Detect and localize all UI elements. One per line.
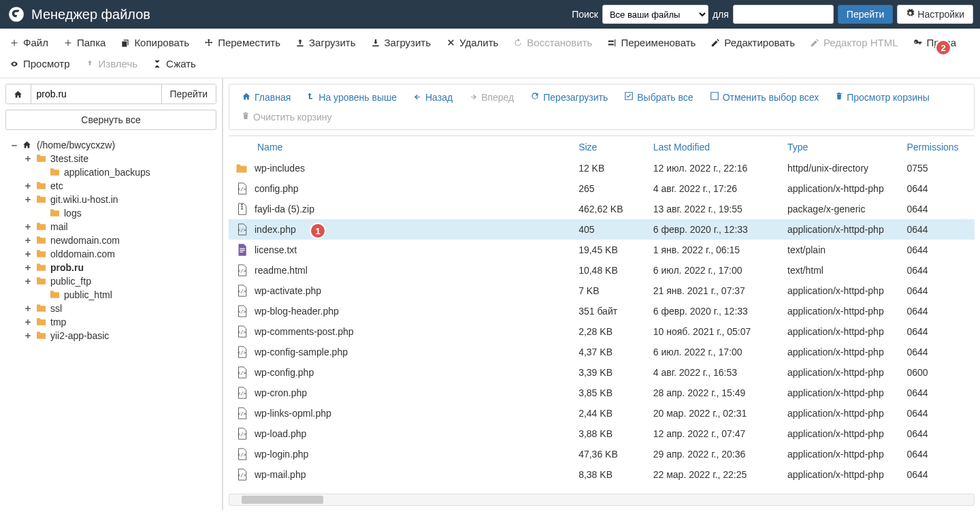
col-type[interactable]: Type — [781, 136, 900, 158]
path-input[interactable] — [31, 84, 161, 103]
sidebar: Перейти Свернуть все −(/home/bwcycxzw)+3… — [0, 78, 223, 510]
tree-item[interactable]: +etc — [23, 179, 222, 193]
tree-item[interactable]: +yii2-app-basic — [23, 329, 222, 342]
file-perms: 0644 — [900, 321, 975, 342]
nav-viewtrash-button[interactable]: Просмотр корзины — [828, 89, 936, 106]
toolbar-rename-button[interactable]: Переименовать — [600, 33, 702, 52]
table-row[interactable]: </>wp-blog-header.php351 байт6 февр. 202… — [229, 301, 975, 321]
search-label: Поиск — [572, 9, 598, 20]
tree-item[interactable]: +tmp — [23, 315, 222, 329]
file-perms: 0644 — [900, 403, 975, 423]
col-modified[interactable]: Last Modified — [647, 136, 781, 158]
col-size[interactable]: Size — [572, 136, 647, 158]
nav-back-button[interactable]: Назад — [406, 89, 459, 106]
col-perms[interactable]: Permissions — [900, 136, 975, 158]
expand-icon[interactable]: + — [23, 153, 33, 164]
tree-item[interactable]: +prob.ru — [23, 261, 222, 274]
file-perms: 0644 — [900, 383, 975, 403]
rename-icon — [607, 38, 617, 48]
expand-icon[interactable]: + — [23, 330, 33, 341]
expand-icon[interactable]: + — [23, 221, 33, 232]
app-title: Менеджер файлов — [31, 7, 572, 22]
toolbar-copy-button[interactable]: Копировать — [114, 33, 196, 52]
expand-icon[interactable]: + — [23, 194, 33, 205]
collapse-all-button[interactable]: Свернуть все — [5, 110, 216, 130]
tree-root[interactable]: −(/home/bwcycxzw) — [10, 138, 222, 152]
search-input[interactable] — [733, 5, 834, 24]
expand-icon[interactable]: + — [23, 276, 33, 287]
expand-icon[interactable]: + — [23, 262, 33, 273]
table-row[interactable]: </>config.php2654 авг. 2022 г., 17:26app… — [229, 178, 975, 199]
file-modified: 10 нояб. 2021 г., 05:07 — [647, 321, 781, 342]
file-modified: 1 янв. 2022 г., 06:15 — [647, 240, 781, 260]
nav-deselect-button[interactable]: Отменить выбор всех — [703, 89, 826, 106]
file-size: 2,28 KB — [572, 321, 647, 342]
horizontal-scrollbar[interactable] — [229, 494, 975, 506]
tree-item[interactable]: +olddomain.com — [23, 247, 222, 261]
tree-item[interactable]: +git.wiki.u-host.in — [23, 193, 222, 206]
toolbar-upload-button[interactable]: Загрузить — [289, 33, 363, 52]
file-type-icon: </> — [235, 346, 248, 358]
nav-up-button[interactable]: На уровень выше — [300, 89, 404, 106]
toolbar-view-button[interactable]: Просмотр — [3, 54, 77, 74]
tree-item[interactable]: +3test.site — [23, 152, 222, 165]
table-row[interactable]: </>readme.html10,48 KB6 июл. 2022 г., 17… — [229, 260, 975, 281]
file-type-icon: </> — [235, 407, 248, 419]
toolbar-download-button[interactable]: Загрузить — [364, 33, 438, 52]
table-row[interactable]: </>wp-config.php3,39 KB4 авг. 2022 г., 1… — [229, 362, 975, 383]
nav-home-button[interactable]: Главная — [235, 89, 297, 106]
tree-item[interactable]: public_html — [37, 288, 222, 302]
search-go-button[interactable]: Перейти — [838, 5, 893, 24]
table-row[interactable]: fayli-da (5).zip462,62 KB13 авг. 2022 г.… — [229, 199, 975, 219]
nav-selectall-button[interactable]: Выбрать все — [617, 89, 700, 106]
path-go-button[interactable]: Перейти — [161, 84, 216, 103]
file-perms: 0644 — [900, 219, 975, 240]
collapse-icon[interactable]: − — [10, 140, 19, 150]
table-row[interactable]: </>index.php4056 февр. 2020 г., 12:33app… — [229, 219, 975, 240]
tree-item[interactable]: +newdomain.com — [23, 234, 222, 247]
toolbar-move-button[interactable]: Переместить — [197, 33, 287, 52]
file-name: index.php — [255, 224, 296, 235]
expand-icon[interactable]: + — [23, 317, 33, 327]
table-row[interactable]: </>wp-load.php3,88 KB12 апр. 2022 г., 07… — [229, 423, 975, 444]
table-row[interactable]: </>wp-activate.php7 KB21 янв. 2021 г., 0… — [229, 281, 975, 301]
tree-item[interactable]: application_backups — [37, 165, 222, 179]
tree-item[interactable]: +ssl — [23, 302, 222, 315]
toolbar-file-button[interactable]: Файл — [3, 33, 55, 52]
path-home-button[interactable] — [6, 84, 31, 103]
col-name[interactable]: Name — [229, 136, 572, 158]
expand-icon[interactable]: + — [23, 249, 33, 259]
home-icon — [242, 92, 251, 103]
file-modified: 21 янв. 2021 г., 07:37 — [647, 281, 781, 301]
file-size: 19,45 KB — [572, 240, 647, 260]
table-row[interactable]: </>wp-config-sample.php4,37 KB6 июл. 202… — [229, 342, 975, 362]
tree-item[interactable]: logs — [37, 206, 222, 220]
toolbar-folder-button[interactable]: Папка — [56, 33, 112, 52]
expand-icon[interactable]: + — [23, 303, 33, 314]
table-row[interactable]: </>wp-links-opml.php2,44 KB20 мар. 2022 … — [229, 403, 975, 423]
table-row[interactable]: </>wp-login.php47,36 KB29 апр. 2022 г., … — [229, 444, 975, 464]
table-row[interactable]: </>wp-cron.php3,85 KB28 апр. 2022 г., 15… — [229, 383, 975, 403]
svg-text:</>: </> — [238, 227, 246, 233]
toolbar-edit-button[interactable]: Редактировать — [704, 33, 802, 52]
table-row[interactable]: wp-includes12 KB12 июл. 2022 г., 22:16ht… — [229, 158, 975, 178]
file-type-icon: </> — [235, 305, 248, 317]
table-row[interactable]: </>wp-mail.php8,38 KB22 мар. 2022 г., 22… — [229, 464, 975, 485]
table-row[interactable]: </>wp-comments-post.php2,28 KB10 нояб. 2… — [229, 321, 975, 342]
table-row[interactable]: license.txt19,45 KB1 янв. 2022 г., 06:15… — [229, 240, 975, 260]
search-scope-select[interactable]: Все ваши файлы — [602, 5, 708, 24]
expand-icon[interactable]: + — [23, 180, 33, 191]
toolbar-delete-button[interactable]: Удалить — [439, 33, 505, 52]
toolbar-compress-button[interactable]: Сжать — [146, 54, 203, 74]
svg-text:</>: </> — [238, 330, 246, 335]
file-type: application/x-httpd-php — [781, 383, 900, 403]
html-icon — [810, 38, 819, 48]
file-type: application/x-httpd-php — [781, 362, 900, 383]
nav-reload-button[interactable]: Перезагрузить — [523, 89, 615, 106]
tree-item[interactable]: +public_ftp — [23, 274, 222, 288]
file-name: wp-login.php — [255, 449, 308, 460]
expand-icon[interactable]: + — [23, 235, 33, 246]
toolbar-extract-button: Извлечь — [78, 54, 145, 74]
settings-button[interactable]: Настройки — [897, 5, 973, 24]
tree-item[interactable]: +mail — [23, 220, 222, 234]
